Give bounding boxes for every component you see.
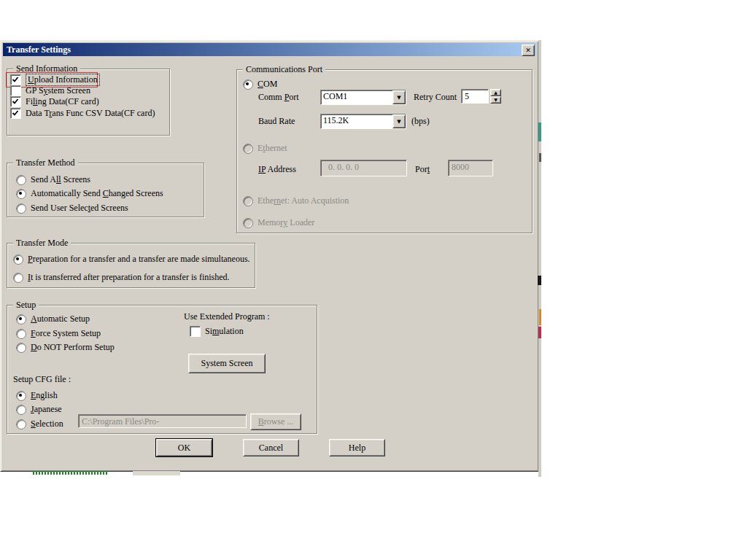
checkbox-label: Data Trans Func CSV Data(CF card) (26, 108, 155, 119)
radio-icon[interactable] (243, 79, 253, 90)
radio-send-user-selected[interactable]: Send User Selected Screens (16, 203, 128, 214)
radio-icon[interactable] (13, 273, 23, 283)
group-setup: Setup Automatic Setup Force System Setup… (7, 305, 317, 434)
radio-label: Japanese (31, 404, 62, 415)
background-artifact (538, 276, 541, 285)
radio-label: COM (258, 79, 277, 90)
radio-label: Send User Selected Screens (31, 203, 128, 214)
dialog-titlebar[interactable]: Transfer Settings ✕ (3, 43, 536, 56)
radio-label: It is transferred after preparation for … (28, 272, 230, 283)
radio-force-system-setup[interactable]: Force System Setup (16, 328, 101, 339)
checkbox-upload-information[interactable]: Upload Information (10, 74, 100, 86)
bps-label: (bps) (411, 116, 430, 127)
radio-icon (243, 218, 253, 228)
use-extended-program-label: Use Extended Program : (184, 311, 270, 322)
radio-label: Selection (31, 419, 63, 429)
checkbox-filing-data[interactable]: Filing Data(CF card) (10, 96, 99, 107)
retry-count-label: Retry Count (414, 92, 457, 103)
radio-label: Automatic Setup (31, 314, 90, 324)
ok-button[interactable]: OK (156, 439, 212, 456)
radio-selection[interactable]: Selection (16, 419, 63, 429)
radio-do-not-perform-setup[interactable]: Do NOT Perform Setup (16, 342, 115, 353)
radio-icon[interactable] (13, 254, 23, 265)
radio-label: Ethernet (258, 143, 287, 154)
radio-com[interactable]: COM (243, 79, 277, 90)
group-communications-port: Communications Port COM Comm Port COM1 ▼… (236, 69, 533, 233)
help-button[interactable]: Help (329, 439, 385, 456)
cfg-path-input: C:\Program Files\Pro-face\ProPBWin\proto… (78, 414, 247, 428)
radio-icon[interactable] (16, 391, 26, 401)
radio-english[interactable]: English (16, 390, 58, 401)
background-window-edge (538, 40, 541, 477)
radio-icon (243, 144, 253, 154)
radio-label: Preparation for a transfer and a transfe… (28, 254, 250, 265)
checkbox-simulation[interactable]: Simulation (190, 326, 244, 337)
checkbox-label: Filing Data(CF card) (26, 96, 99, 107)
radio-transfer-after-preparation[interactable]: It is transferred after preparation for … (13, 272, 230, 283)
group-title: Setup (13, 300, 39, 310)
radio-icon (243, 196, 253, 206)
radio-icon[interactable] (16, 419, 26, 429)
radio-label: Ethernet: Auto Acquistion (258, 195, 349, 206)
radio-japanese[interactable]: Japanese (16, 404, 62, 415)
close-button[interactable]: ✕ (522, 44, 535, 56)
group-title: Transfer Method (13, 158, 78, 168)
background-artifact (539, 309, 541, 325)
chevron-down-icon[interactable]: ▼ (392, 114, 406, 128)
setup-cfg-file-label: Setup CFG file : (13, 374, 71, 385)
group-title: Transfer Mode (13, 238, 71, 248)
background-artifact (133, 471, 180, 475)
radio-icon[interactable] (16, 189, 26, 199)
radio-send-all-screens[interactable]: Send All Screens (16, 174, 90, 185)
checkbox-gp-system-screen[interactable]: GP System Screen (10, 85, 90, 96)
radio-icon[interactable] (16, 329, 26, 339)
retry-count-input[interactable]: 5 (461, 89, 489, 104)
checkbox-label: GP System Screen (26, 85, 90, 96)
checkbox-data-trans-func-csv[interactable]: Data Trans Func CSV Data(CF card) (10, 108, 155, 119)
radio-icon[interactable] (16, 203, 26, 214)
checkbox-icon[interactable] (10, 108, 21, 119)
checkbox-icon[interactable] (10, 85, 21, 96)
system-screen-button[interactable]: System Screen (188, 354, 266, 373)
ip-address-input: 0. 0. 0. 0 (320, 160, 407, 176)
radio-memory-loader: Memory Loader (243, 217, 314, 228)
background-artifact (538, 122, 541, 141)
chevron-down-icon[interactable]: ▼ (392, 90, 406, 104)
radio-label: English (31, 390, 58, 401)
ip-address-label: IP Address (258, 164, 296, 175)
checkbox-icon[interactable] (190, 326, 201, 337)
radio-prepare-and-transfer-simultaneous[interactable]: Preparation for a transfer and a transfe… (13, 254, 250, 265)
radio-ethernet-auto-acquistion: Ethernet: Auto Acquistion (243, 195, 349, 206)
spin-up-icon[interactable]: ▲ (490, 89, 501, 96)
radio-label: Automatically Send Changed Screens (31, 188, 163, 199)
transfer-settings-dialog: Transfer Settings ✕ Send Information Upl… (0, 40, 539, 472)
port-input: 8000 (448, 160, 493, 176)
group-send-information: Send Information Upload Information GP S… (7, 69, 170, 136)
dialog-title: Transfer Settings (7, 44, 71, 55)
background-artifact (538, 327, 541, 338)
baud-rate-select[interactable]: 115.2K ▼ (320, 114, 406, 129)
cancel-button[interactable]: Cancel (243, 439, 299, 456)
browse-button: Browse ... (250, 413, 301, 430)
background-text-fragment (33, 471, 107, 475)
retry-count-stepper[interactable]: ▲ ▼ (490, 89, 501, 104)
checkbox-icon[interactable] (10, 96, 21, 107)
comm-port-value: COM1 (321, 90, 392, 104)
checkbox-icon[interactable] (10, 74, 21, 85)
comm-port-select[interactable]: COM1 ▼ (320, 90, 406, 105)
group-transfer-method: Transfer Method Send All Screens Automat… (7, 163, 204, 217)
radio-icon[interactable] (16, 405, 26, 415)
radio-automatic-setup[interactable]: Automatic Setup (16, 314, 90, 324)
radio-icon[interactable] (16, 343, 26, 353)
comm-port-label: Comm Port (258, 92, 299, 103)
desktop-background: { "window": { "title": "Transfer Setting… (0, 0, 747, 560)
background-artifact (539, 153, 541, 162)
radio-icon[interactable] (16, 314, 26, 324)
radio-label: Memory Loader (258, 217, 314, 228)
spin-down-icon[interactable]: ▼ (490, 96, 501, 104)
radio-icon[interactable] (16, 175, 26, 185)
radio-label: Do NOT Perform Setup (31, 342, 115, 353)
radio-label: Force System Setup (31, 328, 101, 339)
radio-automatically-send-changed[interactable]: Automatically Send Changed Screens (16, 188, 163, 199)
checkbox-label: Upload Information (26, 74, 100, 86)
